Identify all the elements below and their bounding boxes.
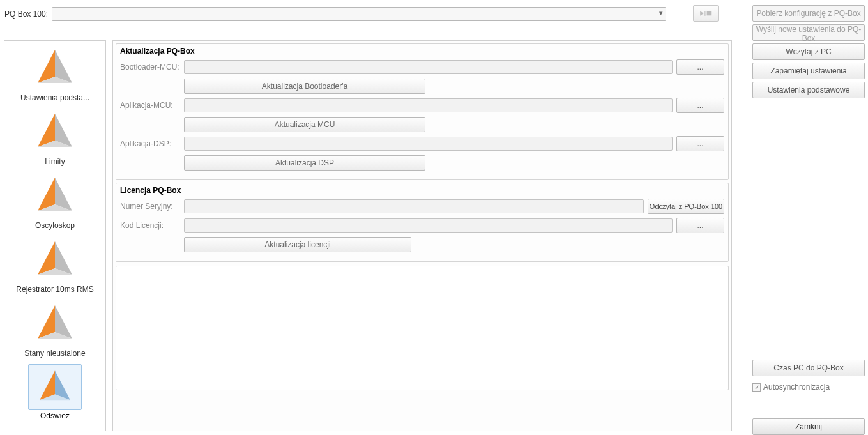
group-title: Aktualizacja PQ-Box	[116, 44, 728, 57]
read-serial-button[interactable]: Odczytaj z PQ-Box 100	[648, 199, 724, 214]
bootloader-browse-button[interactable]: ...	[676, 59, 724, 75]
pyramid-icon	[35, 369, 75, 405]
app-dsp-label: Aplikacja-DSP:	[120, 139, 184, 148]
sidebar-item-label: Oscyloskop	[35, 221, 75, 230]
sidebar-item-rms-recorder[interactable]: Rejestrator 10ms RMS	[4, 233, 105, 296]
sidebar-item-refresh[interactable]: Odśwież	[4, 360, 105, 423]
license-browse-button[interactable]: ...	[676, 218, 724, 233]
sidebar-item-label: Limity	[45, 157, 65, 166]
pyramid-icon	[33, 49, 77, 88]
app-mcu-update-button[interactable]: Aktualizacja MCU	[184, 117, 425, 132]
sidebar-item-label: Odśwież	[40, 411, 70, 420]
send-config-button[interactable]: Wyślij nowe ustawienia do PQ-Box	[752, 24, 865, 41]
top-bar: PQ Box 100: ▾	[4, 6, 666, 22]
serial-input[interactable]	[184, 199, 644, 213]
device-select[interactable]: ▾	[52, 7, 666, 21]
autosync-row: ✓ Autosynchronizacja	[752, 383, 865, 392]
app-dsp-update-button[interactable]: Aktualizacja DSP	[184, 155, 425, 171]
group-update: Aktualizacja PQ-Box Bootloader-MCU: ... …	[116, 43, 729, 180]
sidebar-item-label: Ustawienia podsta...	[20, 93, 89, 102]
group-license: Licencja PQ-Box Numer Seryjny: Odczytaj …	[116, 183, 729, 262]
bootloader-path-input[interactable]	[184, 60, 673, 74]
svg-marker-0	[700, 11, 704, 16]
app-dsp-browse-button[interactable]: ...	[676, 136, 724, 151]
autosync-checkbox[interactable]: ✓	[752, 383, 761, 392]
chevron-down-icon: ▾	[659, 9, 663, 17]
svg-rect-2	[707, 11, 712, 16]
save-settings-button[interactable]: Zapamiętaj ustawienia	[752, 63, 865, 79]
app-mcu-browse-button[interactable]: ...	[676, 98, 724, 113]
sidebar-item-transients[interactable]: Stany nieustalone	[4, 296, 105, 360]
svg-rect-1	[704, 11, 705, 16]
right-column: Pobierz konfigurację z PQ-Box Wyślij now…	[752, 5, 865, 101]
pyramid-icon	[33, 304, 77, 344]
group-title: Licencja PQ-Box	[116, 183, 728, 196]
pyramid-icon	[33, 112, 77, 152]
play-stop-button[interactable]	[693, 5, 719, 22]
app-dsp-path-input[interactable]	[184, 137, 673, 151]
close-row: Zamknij	[752, 418, 865, 434]
sidebar-item-oscilloscope[interactable]: Oscyloskop	[4, 169, 105, 233]
close-button[interactable]: Zamknij	[752, 418, 865, 435]
play-stop-icon	[699, 9, 713, 18]
sidebar-item-label: Rejestrator 10ms RMS	[16, 285, 93, 294]
license-code-label: Kod Licencji:	[120, 221, 184, 230]
pyramid-icon	[33, 240, 77, 280]
pyramid-icon	[33, 176, 77, 216]
sidebar-item-label: Stany nieustalone	[24, 349, 85, 358]
sidebar-item-basic-settings[interactable]: Ustawienia podsta...	[4, 41, 105, 105]
load-from-pc-button[interactable]: Wczytaj z PC	[752, 43, 865, 60]
device-label: PQ Box 100:	[4, 10, 48, 19]
bootloader-label: Bootloader-MCU:	[120, 63, 184, 72]
autosync-label: Autosynchronizacja	[763, 383, 830, 392]
app-mcu-path-input[interactable]	[184, 98, 673, 112]
license-code-input[interactable]	[184, 218, 673, 233]
right-bottom: Czas PC do PQ-Box ✓ Autosynchronizacja	[752, 360, 865, 392]
pc-time-button[interactable]: Czas PC do PQ-Box	[752, 360, 865, 376]
app-mcu-label: Aplikacja-MCU:	[120, 101, 184, 110]
sidebar-item-limits[interactable]: Limity	[4, 105, 105, 169]
log-output	[116, 266, 729, 390]
bootloader-update-button[interactable]: Aktualizacja Bootloader'a	[184, 79, 425, 94]
serial-label: Numer Seryjny:	[120, 202, 184, 211]
fetch-config-button[interactable]: Pobierz konfigurację z PQ-Box	[752, 5, 865, 22]
license-update-button[interactable]: Aktualizacja licencji	[184, 237, 411, 252]
default-settings-button[interactable]: Ustawienia podstawowe	[752, 82, 865, 98]
main-panel: Aktualizacja PQ-Box Bootloader-MCU: ... …	[112, 40, 732, 431]
sidebar: Ustawienia podsta... Limity Oscyloskop R…	[4, 40, 106, 431]
